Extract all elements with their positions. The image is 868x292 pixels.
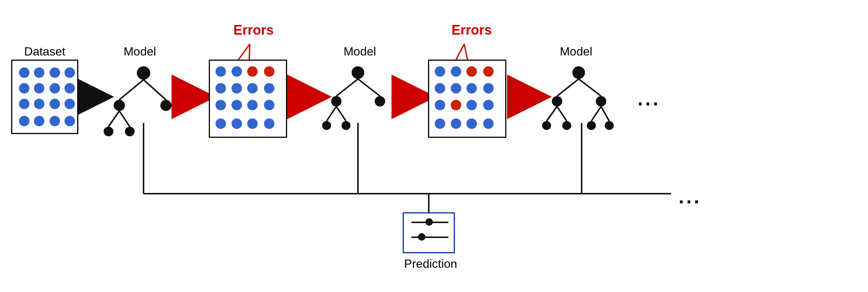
blue-dot	[216, 118, 226, 129]
blue-dot	[19, 99, 29, 109]
tree-node	[137, 66, 150, 80]
blue-dot	[247, 100, 258, 110]
blue-dot	[50, 99, 60, 109]
blue-dot	[19, 67, 29, 78]
blue-dot	[34, 67, 44, 78]
blue-dot	[65, 99, 75, 109]
svg-line-15	[119, 80, 144, 100]
model1-label: Model	[110, 45, 170, 58]
blue-dot	[65, 116, 75, 126]
model2-label: Model	[330, 45, 390, 58]
tree-node	[104, 127, 113, 136]
red-dot	[264, 66, 274, 77]
svg-line-20	[358, 79, 380, 96]
tree-node	[322, 121, 331, 130]
svg-line-24	[579, 79, 601, 96]
blue-dot	[483, 118, 494, 129]
blue-dot	[232, 83, 242, 93]
blue-dot	[483, 100, 494, 110]
ellipsis-models: ...	[638, 88, 660, 110]
svg-line-28	[601, 107, 609, 121]
svg-line-16	[144, 80, 166, 100]
tree-node	[352, 66, 364, 79]
tree-node	[114, 100, 125, 111]
svg-line-18	[119, 111, 130, 127]
blue-dot	[50, 67, 60, 78]
errors-box-1	[209, 60, 287, 138]
blue-dot	[232, 66, 242, 77]
blue-dot	[34, 83, 44, 93]
svg-line-25	[547, 107, 557, 121]
ellipsis-bottom: ...	[679, 185, 701, 208]
blue-dot	[435, 66, 445, 77]
svg-line-23	[557, 79, 579, 96]
blue-dot	[34, 99, 44, 109]
blue-dot	[435, 118, 445, 129]
blue-dot	[247, 118, 258, 129]
blue-dot	[232, 118, 242, 129]
tree-node	[342, 121, 350, 130]
blue-dot	[264, 100, 274, 110]
blue-dot	[247, 83, 258, 93]
blue-dot	[19, 83, 29, 93]
red-dot	[451, 100, 461, 110]
errors1-label: Errors	[224, 22, 283, 38]
errors2-label: Errors	[442, 22, 501, 38]
model3-label: Model	[546, 45, 606, 58]
blue-dot	[264, 118, 274, 129]
svg-line-17	[108, 111, 119, 127]
svg-line-22	[336, 107, 346, 121]
red-dot	[483, 66, 494, 77]
tree-node	[562, 121, 571, 130]
blue-dot	[232, 100, 242, 110]
blue-dot	[451, 66, 461, 77]
red-dot	[247, 66, 258, 77]
tree-node	[572, 66, 585, 79]
blue-dot	[466, 100, 477, 110]
svg-line-26	[557, 107, 567, 121]
blue-dot	[50, 116, 60, 126]
blue-dot	[466, 83, 477, 93]
tree-node	[125, 127, 135, 136]
blue-dot	[435, 83, 445, 93]
tree-node	[375, 96, 385, 107]
prediction-label: Prediction	[401, 257, 460, 271]
dataset-box	[11, 60, 78, 134]
tree-node	[331, 96, 342, 107]
blue-dot	[435, 100, 445, 110]
tree-node	[605, 121, 614, 130]
tree-node	[542, 121, 551, 130]
blue-dot	[34, 116, 44, 126]
tree-node	[160, 100, 172, 111]
main-canvas: Dataset Model	[0, 0, 868, 292]
blue-dot	[451, 118, 461, 129]
dataset-label: Dataset	[11, 45, 78, 58]
blue-dot	[216, 83, 226, 93]
svg-line-21	[327, 107, 336, 121]
blue-dot	[50, 83, 60, 93]
svg-line-27	[591, 107, 601, 121]
blue-dot	[65, 83, 75, 93]
errors-box-2	[428, 60, 506, 138]
blue-dot	[216, 66, 226, 77]
red-dot	[466, 66, 477, 77]
blue-dot	[19, 116, 29, 126]
svg-line-19	[336, 79, 358, 96]
blue-dot	[451, 83, 461, 93]
blue-dot	[483, 83, 494, 93]
blue-dot	[216, 100, 226, 110]
prediction-box	[403, 212, 455, 253]
blue-dot	[264, 83, 274, 93]
tree-node	[587, 121, 596, 130]
blue-dot	[466, 118, 477, 129]
blue-dot	[65, 67, 75, 78]
tree-node	[596, 96, 606, 107]
tree-node	[552, 96, 562, 107]
